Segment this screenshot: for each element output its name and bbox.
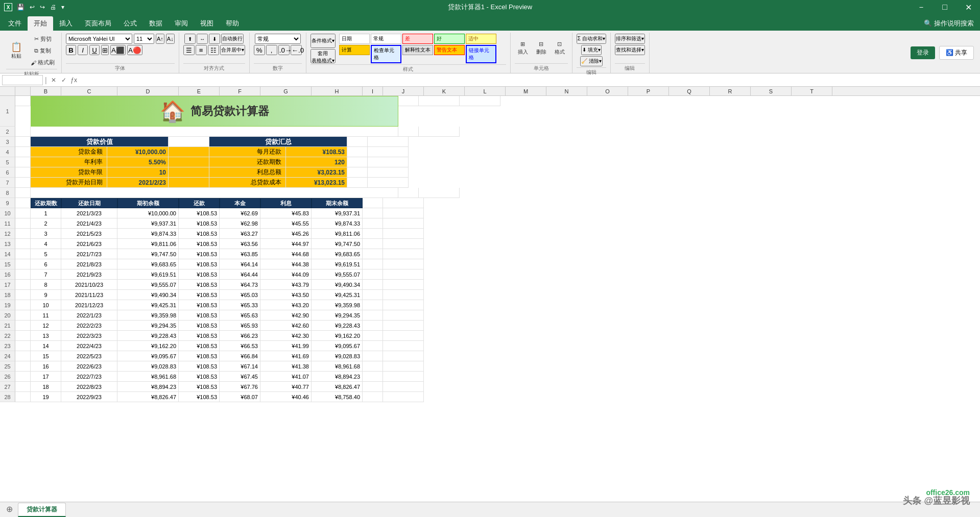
cell-closing-11[interactable]: ¥9,874.33: [312, 218, 363, 229]
fill-color-btn[interactable]: A⬛: [110, 45, 126, 55]
cell-period-12[interactable]: 3: [31, 229, 61, 239]
align-center-btn[interactable]: ≡: [196, 45, 207, 55]
cell-opening-12[interactable]: ¥9,874.33: [117, 229, 179, 239]
cell-principal-24[interactable]: ¥66.84: [220, 351, 260, 361]
cell-opening-18[interactable]: ¥9,490.34: [117, 290, 179, 300]
cell-opening-15[interactable]: ¥9,683.65: [117, 259, 179, 269]
col-header-m[interactable]: M: [506, 87, 546, 95]
cell-date-15[interactable]: 2021/8/23: [61, 259, 117, 269]
tab-search[interactable]: 🔍 操作说明搜索: [918, 16, 980, 31]
cell-interest-13[interactable]: ¥44.97: [260, 239, 312, 249]
col-header-f[interactable]: F: [220, 87, 260, 95]
formula-input[interactable]: [81, 75, 978, 85]
maximize-btn[interactable]: □: [933, 0, 957, 14]
cell-payment-19[interactable]: ¥108.53: [179, 300, 220, 310]
cell-period-18[interactable]: 9: [31, 290, 61, 300]
font-size-down-btn[interactable]: A↓: [166, 34, 175, 44]
align-top-btn[interactable]: ⬆: [184, 34, 196, 44]
cell-period-15[interactable]: 6: [31, 259, 61, 269]
tab-review[interactable]: 审阅: [169, 16, 194, 31]
cell-payment-16[interactable]: ¥108.53: [179, 269, 220, 280]
number-format-select[interactable]: 常规: [255, 34, 301, 44]
percent-btn[interactable]: %: [254, 45, 265, 55]
cell-period-25[interactable]: 16: [31, 361, 61, 372]
col-header-t[interactable]: T: [792, 87, 832, 95]
cell-principal-28[interactable]: ¥68.07: [220, 392, 260, 402]
cell-principal-20[interactable]: ¥65.63: [220, 310, 260, 321]
cell-closing-18[interactable]: ¥9,425.31: [312, 290, 363, 300]
col-header-g[interactable]: G: [260, 87, 312, 95]
cell-opening-16[interactable]: ¥9,619.51: [117, 269, 179, 280]
cell-payment-18[interactable]: ¥108.53: [179, 290, 220, 300]
cell-period-11[interactable]: 2: [31, 218, 61, 229]
increase-decimal-btn[interactable]: .0→: [278, 45, 290, 55]
cell-opening-24[interactable]: ¥9,095.67: [117, 351, 179, 361]
align-right-btn[interactable]: ☷: [208, 45, 219, 55]
cell-principal-12[interactable]: ¥63.27: [220, 229, 260, 239]
redo-quick-btn[interactable]: ↪: [38, 4, 46, 11]
cell-interest-12[interactable]: ¥45.26: [260, 229, 312, 239]
add-sheet-btn[interactable]: ⊕: [2, 502, 17, 516]
cell-closing-19[interactable]: ¥9,359.98: [312, 300, 363, 310]
cell-opening-17[interactable]: ¥9,555.07: [117, 280, 179, 290]
align-middle-btn[interactable]: ↔: [197, 34, 208, 44]
col-header-a[interactable]: [15, 87, 31, 95]
format-as-table-btn[interactable]: 套用表格格式▾: [310, 49, 336, 63]
col-header-d[interactable]: D: [117, 87, 179, 95]
font-size-select[interactable]: 11: [134, 34, 154, 44]
cell-principal-27[interactable]: ¥67.76: [220, 382, 260, 392]
tab-help[interactable]: 帮助: [220, 16, 245, 31]
format-cell-btn[interactable]: ⊡ 格式: [552, 39, 568, 57]
col-header-k[interactable]: K: [424, 87, 465, 95]
confirm-formula-btn[interactable]: ✓: [59, 76, 68, 85]
find-select-btn[interactable]: 查找和选择▾: [615, 45, 645, 55]
tab-home[interactable]: 开始: [28, 16, 53, 31]
cell-period-16[interactable]: 7: [31, 269, 61, 280]
delete-cell-btn[interactable]: ⊟ 删除: [533, 39, 549, 57]
fill-btn[interactable]: ⬇ 填充▾: [581, 45, 602, 55]
col-header-h[interactable]: H: [312, 87, 363, 95]
cell-principal-10[interactable]: ¥62.69: [220, 208, 260, 218]
cell-date-12[interactable]: 2021/5/23: [61, 229, 117, 239]
cell-opening-11[interactable]: ¥9,937.31: [117, 218, 179, 229]
cell-payment-23[interactable]: ¥108.53: [179, 341, 220, 351]
cell-closing-10[interactable]: ¥9,937.31: [312, 208, 363, 218]
cell-j1[interactable]: [419, 96, 460, 106]
italic-btn[interactable]: I: [78, 45, 88, 55]
cell-date-10[interactable]: 2021/3/23: [61, 208, 117, 218]
tab-formula[interactable]: 公式: [117, 16, 143, 31]
cell-closing-28[interactable]: ¥8,758.40: [312, 392, 363, 402]
undo-quick-btn[interactable]: ↩: [28, 4, 36, 11]
cell-opening-26[interactable]: ¥8,961.68: [117, 372, 179, 382]
cell-interest-14[interactable]: ¥44.68: [260, 249, 312, 259]
cell-payment-11[interactable]: ¥108.53: [179, 218, 220, 229]
cell-date-14[interactable]: 2021/7/23: [61, 249, 117, 259]
conditional-format-btn[interactable]: 条件格式▾: [310, 34, 336, 48]
cell-date-11[interactable]: 2021/4/23: [61, 218, 117, 229]
cell-date-16[interactable]: 2021/9/23: [61, 269, 117, 280]
col-header-n[interactable]: N: [546, 87, 587, 95]
cell-date-23[interactable]: 2022/4/23: [61, 341, 117, 351]
cut-btn[interactable]: ✂剪切: [28, 34, 57, 44]
bold-btn[interactable]: B: [66, 45, 76, 55]
print-quick-btn[interactable]: 🖨: [49, 4, 58, 11]
cell-interest-27[interactable]: ¥40.77: [260, 382, 312, 392]
cell-interest-19[interactable]: ¥43.20: [260, 300, 312, 310]
tab-view[interactable]: 视图: [194, 16, 220, 31]
sort-filter-btn[interactable]: 排序和筛选▾: [615, 34, 645, 44]
cell-closing-20[interactable]: ¥9,294.35: [312, 310, 363, 321]
cell-interest-11[interactable]: ¥45.55: [260, 218, 312, 229]
cell-date-22[interactable]: 2022/3/23: [61, 331, 117, 341]
cell-payment-26[interactable]: ¥108.53: [179, 372, 220, 382]
cell-date-20[interactable]: 2022/1/23: [61, 310, 117, 321]
cell-closing-22[interactable]: ¥9,162.20: [312, 331, 363, 341]
insert-function-btn[interactable]: ƒx: [69, 76, 79, 85]
cell-payment-17[interactable]: ¥108.53: [179, 280, 220, 290]
cell-interest-10[interactable]: ¥45.83: [260, 208, 312, 218]
cancel-formula-btn[interactable]: ✕: [49, 76, 58, 85]
cell-closing-12[interactable]: ¥9,811.06: [312, 229, 363, 239]
cell-i1[interactable]: [398, 96, 419, 106]
cell-interest-22[interactable]: ¥42.30: [260, 331, 312, 341]
col-header-c[interactable]: C: [61, 87, 117, 95]
cell-period-24[interactable]: 15: [31, 351, 61, 361]
